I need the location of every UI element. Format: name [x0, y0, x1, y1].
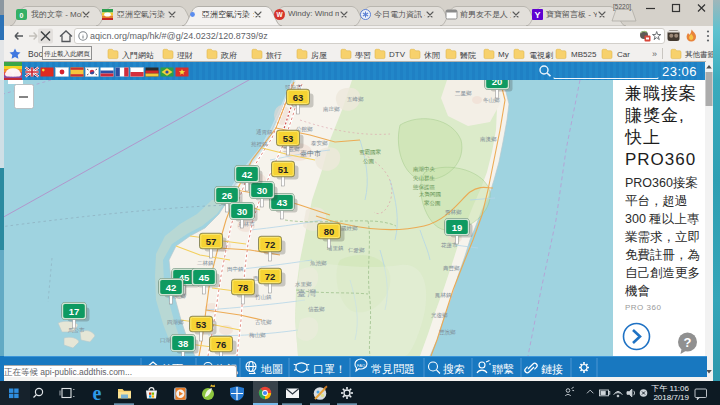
svg-text:古坑鄉: 古坑鄉: [255, 319, 272, 326]
svg-text:53: 53: [283, 133, 294, 144]
svg-text:秀林鄉: 秀林鄉: [445, 209, 462, 215]
svg-text:?: ?: [684, 335, 692, 350]
svg-text:南湖中央: 南湖中央: [413, 166, 436, 172]
svg-text:57: 57: [206, 236, 217, 247]
svg-text:雪霸國家: 雪霸國家: [359, 149, 382, 156]
svg-text:72: 72: [265, 271, 276, 282]
svg-text:19: 19: [452, 222, 463, 233]
svg-text:南澳鄉: 南澳鄉: [480, 136, 497, 143]
svg-text:三星鄉: 三星鄉: [455, 90, 472, 96]
svg-text:田中鎮: 田中鎮: [227, 266, 244, 272]
svg-text:76: 76: [216, 339, 227, 350]
svg-text:壽豐鄉: 壽豐鄉: [443, 265, 460, 272]
svg-text:30: 30: [257, 185, 268, 196]
svg-text:臺灣: 臺灣: [297, 288, 318, 298]
svg-text:尖山群生: 尖山群生: [413, 175, 436, 181]
svg-text:梅山鄉: 梅山鄉: [248, 332, 266, 339]
svg-text:通霄鎮: 通霄鎮: [256, 128, 273, 135]
svg-text:51: 51: [278, 164, 289, 175]
svg-text:30: 30: [237, 206, 248, 217]
svg-text:仁愛鄉: 仁愛鄉: [348, 247, 365, 254]
svg-text:20: 20: [492, 80, 503, 87]
svg-text:豐濱鄉: 豐濱鄉: [439, 329, 456, 336]
svg-text:42: 42: [166, 282, 177, 293]
svg-text:公園: 公園: [363, 158, 374, 164]
svg-text:38: 38: [178, 338, 189, 349]
svg-text:»: »: [652, 49, 657, 59]
svg-text:72: 72: [265, 239, 276, 250]
svg-text:45: 45: [199, 272, 210, 283]
svg-text:鳳林鎮: 鳳林鎮: [435, 292, 452, 298]
svg-text:水里鄉: 水里鄉: [295, 281, 312, 287]
svg-text:四湖鄉: 四湖鄉: [167, 319, 184, 326]
svg-text:態保護區: 態保護區: [412, 184, 436, 191]
svg-text:80: 80: [324, 226, 335, 237]
svg-text:光復鄉: 光復鄉: [431, 312, 448, 319]
svg-text:苑裡鎮: 苑裡鎮: [251, 141, 268, 148]
svg-text:42: 42: [242, 169, 253, 180]
svg-text:南庄鄉: 南庄鄉: [323, 106, 340, 112]
svg-text:五峰鄉: 五峰鄉: [347, 96, 364, 102]
svg-text:26: 26: [222, 190, 233, 201]
svg-text:臺中市: 臺中市: [300, 149, 321, 157]
svg-text:43: 43: [277, 197, 288, 208]
svg-text:17: 17: [69, 306, 80, 317]
svg-text:魚池鄉: 魚池鄉: [310, 260, 327, 267]
svg-text:太魯閣國: 太魯閣國: [419, 191, 441, 197]
svg-text:馬公市: 馬公市: [68, 327, 85, 333]
svg-text:泰安鄉: 泰安鄉: [311, 140, 328, 146]
svg-text:家公園: 家公園: [424, 200, 441, 206]
svg-text:二林鎮: 二林鎮: [197, 260, 214, 266]
svg-text:78: 78: [238, 282, 249, 293]
svg-text:63: 63: [293, 92, 304, 103]
svg-text:[5220]: [5220]: [613, 3, 631, 11]
svg-text:FAQ: FAQ: [357, 363, 365, 368]
svg-text:53: 53: [196, 319, 207, 330]
svg-text:信義鄉: 信義鄉: [308, 306, 325, 313]
svg-text:e: e: [93, 382, 102, 404]
